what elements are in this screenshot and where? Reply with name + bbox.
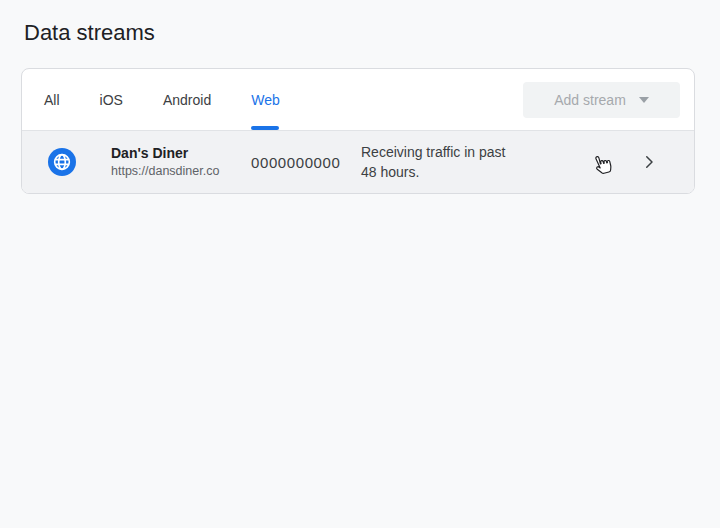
caret-down-icon	[639, 97, 649, 103]
page-title: Data streams	[24, 18, 720, 48]
stream-row-dans-diner[interactable]: Dan's Diner https://dansdiner.co 0000000…	[22, 130, 694, 193]
tab-ios[interactable]: iOS	[98, 69, 125, 130]
globe-icon	[48, 148, 76, 176]
stream-name-block: Dan's Diner https://dansdiner.co	[111, 145, 251, 179]
add-stream-button-label: Add stream	[554, 92, 626, 108]
chevron-right-icon[interactable]	[640, 153, 658, 171]
stream-id: 0000000000	[251, 154, 361, 171]
stream-tabs-bar: All iOS Android Web Add stream	[22, 69, 694, 130]
tab-all-label: All	[44, 92, 60, 108]
tab-android-label: Android	[163, 92, 211, 108]
hand-pointer-cursor-icon	[585, 150, 616, 184]
globe-icon-glyph	[51, 151, 73, 173]
tab-web-label: Web	[251, 92, 280, 108]
data-streams-card: All iOS Android Web Add stream Dan's	[21, 68, 695, 194]
stream-status: Receiving traffic in past 48 hours.	[361, 142, 511, 182]
tab-all[interactable]: All	[42, 69, 62, 130]
stream-url: https://dansdiner.co	[111, 163, 251, 179]
add-stream-button[interactable]: Add stream	[523, 82, 680, 118]
tab-web[interactable]: Web	[249, 69, 282, 130]
tab-android[interactable]: Android	[161, 69, 213, 130]
tab-ios-label: iOS	[100, 92, 123, 108]
stream-name: Dan's Diner	[111, 145, 251, 162]
